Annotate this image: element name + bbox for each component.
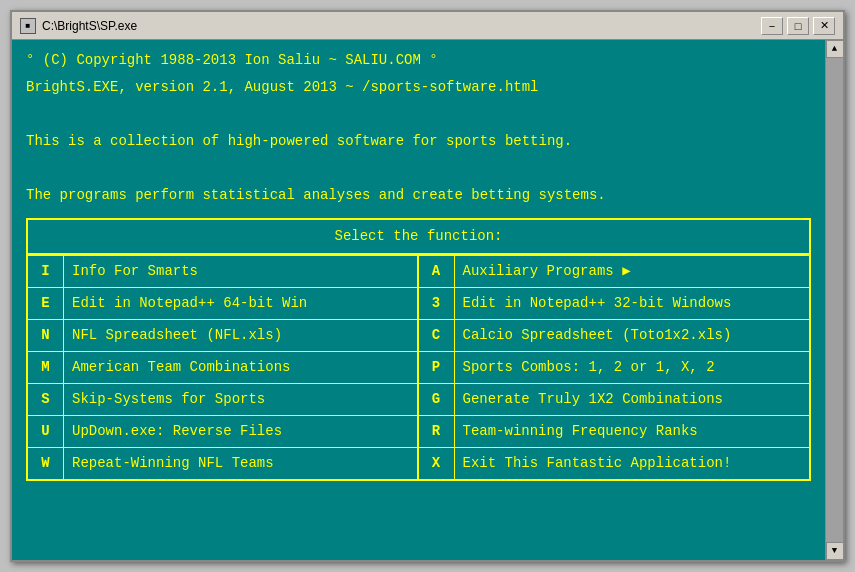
menu-key-3-2[interactable]: P xyxy=(419,352,455,383)
menu-row-6[interactable]: WRepeat-Winning NFL TeamsXExit This Fant… xyxy=(28,447,809,479)
menu-label-3-1[interactable]: American Team Combinations xyxy=(64,352,419,383)
menu-key-4-2[interactable]: G xyxy=(419,384,455,415)
menu-label-1-2[interactable]: Edit in Notepad++ 32-bit Windows xyxy=(455,288,810,319)
menu-row-0[interactable]: IInfo For SmartsAAuxiliary Programs ▶ xyxy=(28,255,809,287)
scrollbar: ▲ ▼ xyxy=(825,40,843,560)
content-area: ° (C) Copyright 1988-2013 Ion Saliu ~ SA… xyxy=(12,40,843,560)
menu-label-3-2[interactable]: Sports Combos: 1, 2 or 1, X, 2 xyxy=(455,352,810,383)
menu-key-6-2[interactable]: X xyxy=(419,448,455,479)
copyright-line: ° (C) Copyright 1988-2013 Ion Saliu ~ SA… xyxy=(26,50,811,71)
menu-label-0-2[interactable]: Auxiliary Programs ▶ xyxy=(455,256,810,287)
blank-line1 xyxy=(26,104,811,125)
menu-key-1-1[interactable]: E xyxy=(28,288,64,319)
menu-row-3[interactable]: MAmerican Team CombinationsPSports Combo… xyxy=(28,351,809,383)
menu-key-5-1[interactable]: U xyxy=(28,416,64,447)
blank-line2 xyxy=(26,158,811,179)
menu-key-1-2[interactable]: 3 xyxy=(419,288,455,319)
menu-key-2-2[interactable]: C xyxy=(419,320,455,351)
menu-rows: IInfo For SmartsAAuxiliary Programs ▶EEd… xyxy=(28,255,809,479)
menu-key-5-2[interactable]: R xyxy=(419,416,455,447)
terminal-output: ° (C) Copyright 1988-2013 Ion Saliu ~ SA… xyxy=(12,40,825,560)
menu-label-4-2[interactable]: Generate Truly 1X2 Combinations xyxy=(455,384,810,415)
menu-key-4-1[interactable]: S xyxy=(28,384,64,415)
window-title: C:\BrightS\SP.exe xyxy=(42,19,761,33)
menu-label-0-1[interactable]: Info For Smarts xyxy=(64,256,419,287)
menu-row-2[interactable]: NNFL Spreadsheet (NFL.xls)CCalcio Spread… xyxy=(28,319,809,351)
menu-label-2-1[interactable]: NFL Spreadsheet (NFL.xls) xyxy=(64,320,419,351)
scroll-up-button[interactable]: ▲ xyxy=(826,40,844,58)
menu-key-0-2[interactable]: A xyxy=(419,256,455,287)
menu-label-4-1[interactable]: Skip-Systems for Sports xyxy=(64,384,419,415)
menu-container: Select the function: IInfo For SmartsAAu… xyxy=(26,218,811,481)
menu-label-5-2[interactable]: Team-winning Frequency Ranks xyxy=(455,416,810,447)
description-line: This is a collection of high-powered sof… xyxy=(26,131,811,152)
maximize-button[interactable]: □ xyxy=(787,17,809,35)
scroll-track[interactable] xyxy=(826,58,843,542)
menu-row-5[interactable]: UUpDown.exe: Reverse FilesRTeam-winning … xyxy=(28,415,809,447)
menu-label-5-1[interactable]: UpDown.exe: Reverse Files xyxy=(64,416,419,447)
menu-key-2-1[interactable]: N xyxy=(28,320,64,351)
main-window: ■ C:\BrightS\SP.exe − □ ✕ ° (C) Copyrigh… xyxy=(10,10,845,562)
menu-label-1-1[interactable]: Edit in Notepad++ 64-bit Win xyxy=(64,288,419,319)
menu-key-6-1[interactable]: W xyxy=(28,448,64,479)
scroll-down-button[interactable]: ▼ xyxy=(826,542,844,560)
close-button[interactable]: ✕ xyxy=(813,17,835,35)
version-line: BrightS.EXE, version 2.1, August 2013 ~ … xyxy=(26,77,811,98)
menu-row-1[interactable]: EEdit in Notepad++ 64-bit Win3Edit in No… xyxy=(28,287,809,319)
title-bar: ■ C:\BrightS\SP.exe − □ ✕ xyxy=(12,12,843,40)
minimize-button[interactable]: − xyxy=(761,17,783,35)
window-icon: ■ xyxy=(20,18,36,34)
menu-header: Select the function: xyxy=(28,220,809,255)
menu-key-3-1[interactable]: M xyxy=(28,352,64,383)
menu-label-6-2[interactable]: Exit This Fantastic Application! xyxy=(455,448,810,479)
menu-label-2-2[interactable]: Calcio Spreadsheet (Toto1x2.xls) xyxy=(455,320,810,351)
menu-row-4[interactable]: SSkip-Systems for SportsGGenerate Truly … xyxy=(28,383,809,415)
menu-label-6-1[interactable]: Repeat-Winning NFL Teams xyxy=(64,448,419,479)
analyses-line: The programs perform statistical analyse… xyxy=(26,185,811,206)
menu-key-0-1[interactable]: I xyxy=(28,256,64,287)
window-controls: − □ ✕ xyxy=(761,17,835,35)
